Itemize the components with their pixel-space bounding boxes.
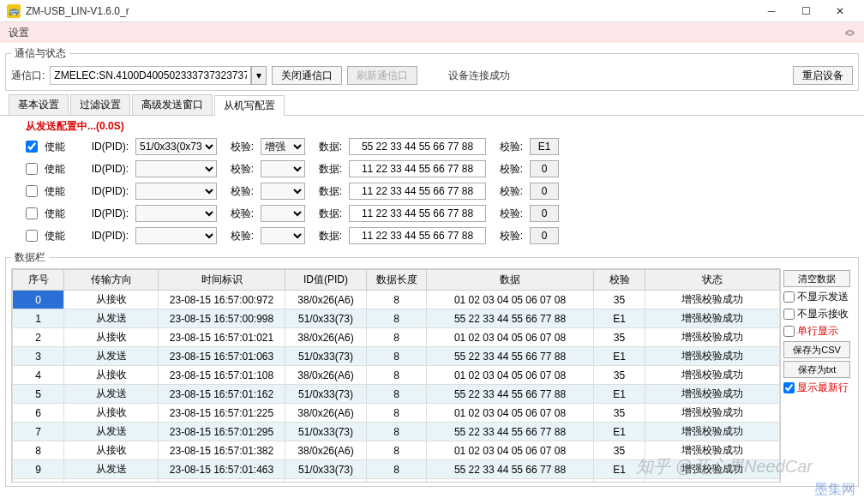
data-input[interactable] xyxy=(349,227,486,244)
data-label: 数据: xyxy=(312,162,342,177)
cell-data: 55 22 33 44 55 66 77 88 xyxy=(427,385,594,404)
cell-data: 55 22 33 44 55 66 77 88 xyxy=(427,309,594,328)
table-row[interactable]: 8从接收23-08-15 16:57:01:38238/0x26(A6)801 … xyxy=(13,441,780,460)
header-dir: 传输方向 xyxy=(64,270,159,291)
cell-status: 增强校验成功 xyxy=(645,328,780,347)
cell-dir: 从发送 xyxy=(64,309,159,328)
cell-seq: 2 xyxy=(13,328,64,347)
menu-settings[interactable]: 设置 xyxy=(9,26,29,40)
cell-status: 增强校验成功 xyxy=(645,404,780,423)
cell-seq: 8 xyxy=(13,441,64,460)
cell-cs: 35 xyxy=(594,366,645,385)
header-status: 状态 xyxy=(645,270,780,291)
table-row[interactable]: 10从接收23-08-15 16:57:01:55338/0x26(A6)801… xyxy=(13,479,780,483)
id-select[interactable] xyxy=(135,227,217,244)
cell-time: 23-08-15 16:57:01:162 xyxy=(159,385,285,404)
data-input[interactable] xyxy=(349,183,486,200)
data-input[interactable] xyxy=(349,160,486,177)
hide-send-checkbox[interactable]: 不显示发送 xyxy=(783,290,850,304)
table-row[interactable]: 5从发送23-08-15 16:57:01:16251/0x33(73)855 … xyxy=(13,385,780,404)
tab-slave-config[interactable]: 从机写配置 xyxy=(214,95,285,116)
data-input[interactable] xyxy=(349,205,486,222)
enable-checkbox[interactable] xyxy=(26,207,38,219)
enable-checkbox[interactable] xyxy=(26,230,38,242)
check-select[interactable] xyxy=(261,205,305,222)
tab-basic[interactable]: 基本设置 xyxy=(9,94,69,115)
table-row[interactable]: 1从发送23-08-15 16:57:00:99851/0x33(73)855 … xyxy=(13,309,780,328)
csum-label: 校验: xyxy=(493,229,523,243)
check-select[interactable]: 增强 xyxy=(261,138,305,155)
maximize-button[interactable]: ☐ xyxy=(789,0,823,22)
id-label: ID(PID): xyxy=(81,185,129,197)
cell-data: 01 02 03 04 05 06 07 08 xyxy=(427,441,594,460)
cell-len: 8 xyxy=(367,404,427,423)
check-label: 校验: xyxy=(224,162,254,177)
table-row[interactable]: 2从接收23-08-15 16:57:01:02138/0x26(A6)801 … xyxy=(13,328,780,347)
check-select[interactable] xyxy=(261,183,305,200)
csum-label: 校验: xyxy=(493,162,523,177)
id-select[interactable]: 51/0x33(0x73) xyxy=(135,138,217,155)
check-select[interactable] xyxy=(261,160,305,177)
minimize-button[interactable]: ─ xyxy=(754,0,789,22)
table-row[interactable]: 3从发送23-08-15 16:57:01:06351/0x33(73)855 … xyxy=(13,347,780,366)
show-latest-checkbox[interactable]: 显示最新行 xyxy=(783,381,850,395)
header-len: 数据长度 xyxy=(367,270,427,291)
cell-id: 38/0x26(A6) xyxy=(285,404,367,423)
id-label: ID(PID): xyxy=(81,163,129,175)
enable-checkbox[interactable] xyxy=(26,185,38,197)
table-row[interactable]: 6从接收23-08-15 16:57:01:22538/0x26(A6)801 … xyxy=(13,404,780,423)
cell-status: 增强校验成功 xyxy=(645,423,780,441)
close-port-button[interactable]: 关闭通信口 xyxy=(272,66,342,85)
data-input[interactable] xyxy=(349,138,486,155)
save-csv-button[interactable]: 保存为CSV xyxy=(783,341,850,358)
cell-seq: 0 xyxy=(13,291,64,309)
cell-len: 8 xyxy=(367,460,427,479)
cell-cs: 35 xyxy=(594,441,645,460)
cell-len: 8 xyxy=(367,291,427,309)
enable-checkbox[interactable] xyxy=(26,141,38,153)
config-row: 使能ID(PID):校验:数据:校验: xyxy=(26,202,838,225)
enable-label: 使能 xyxy=(45,229,75,243)
cell-dir: 从发送 xyxy=(64,347,159,366)
expand-collapse-icon[interactable]: ︽︾ xyxy=(845,26,855,39)
tab-bar: 基本设置 过滤设置 高级发送窗口 从机写配置 xyxy=(0,94,864,116)
app-icon: 🚌 xyxy=(7,4,21,18)
cell-data: 01 02 03 04 05 06 07 08 xyxy=(427,291,594,309)
id-select[interactable] xyxy=(135,160,217,177)
cell-cs: 35 xyxy=(594,291,645,309)
cell-cs: E1 xyxy=(594,423,645,441)
refresh-port-button: 刷新通信口 xyxy=(347,66,417,85)
tab-advanced-send[interactable]: 高级发送窗口 xyxy=(132,94,213,115)
cell-dir: 从接收 xyxy=(64,366,159,385)
check-select[interactable] xyxy=(261,227,305,244)
close-button[interactable]: ✕ xyxy=(823,0,857,22)
cell-len: 8 xyxy=(367,347,427,366)
data-table-scroll[interactable]: 序号 传输方向 时间标识 ID值(PID) 数据长度 数据 校验 状态 0从接收… xyxy=(11,268,781,483)
table-row[interactable]: 7从发送23-08-15 16:57:01:29551/0x33(73)855 … xyxy=(13,423,780,441)
title-bar: 🚌 ZM-USB_LIN-V1.6.0_r ─ ☐ ✕ xyxy=(0,0,864,22)
port-input[interactable] xyxy=(50,66,251,85)
tab-filter[interactable]: 过滤设置 xyxy=(70,94,130,115)
cell-status: 增强校验成功 xyxy=(645,309,780,328)
csum-value xyxy=(530,160,559,177)
check-label: 校验: xyxy=(224,140,254,154)
table-row[interactable]: 0从接收23-08-15 16:57:00:97238/0x26(A6)801 … xyxy=(13,291,780,309)
cell-seq: 7 xyxy=(13,423,64,441)
restart-device-button[interactable]: 重启设备 xyxy=(793,66,853,85)
cell-data: 01 02 03 04 05 06 07 08 xyxy=(427,366,594,385)
cell-seq: 4 xyxy=(13,366,64,385)
hide-recv-checkbox[interactable]: 不显示接收 xyxy=(783,307,850,321)
data-legend: 数据栏 xyxy=(11,250,49,265)
clear-data-button[interactable]: 清空数据 xyxy=(783,270,850,287)
id-select[interactable] xyxy=(135,183,217,200)
csum-value xyxy=(530,227,559,244)
port-dropdown-icon[interactable]: ▾ xyxy=(251,66,267,85)
connection-status: 设备连接成功 xyxy=(448,69,510,83)
table-row[interactable]: 9从发送23-08-15 16:57:01:46351/0x33(73)855 … xyxy=(13,460,780,479)
config-row: 使能ID(PID):校验:数据:校验: xyxy=(26,225,838,247)
save-txt-button[interactable]: 保存为txt xyxy=(783,361,850,378)
enable-checkbox[interactable] xyxy=(26,163,38,175)
single-line-checkbox[interactable]: 单行显示 xyxy=(783,324,850,339)
table-row[interactable]: 4从接收23-08-15 16:57:01:10838/0x26(A6)801 … xyxy=(13,366,780,385)
id-select[interactable] xyxy=(135,205,217,222)
